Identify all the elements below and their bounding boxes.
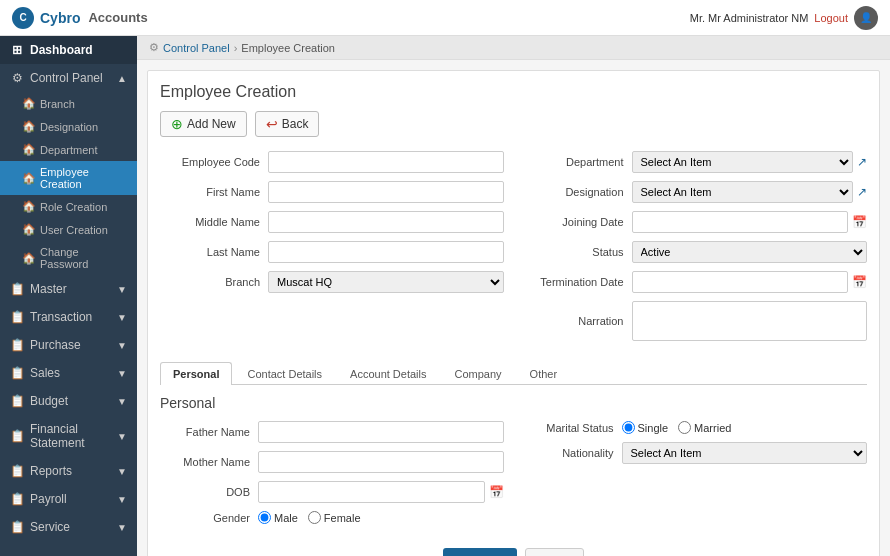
termination-date-input[interactable] [632, 271, 849, 293]
sidebar-sub-password-label: Change Password [40, 246, 127, 270]
tab-other[interactable]: Other [517, 362, 571, 385]
sidebar-item-sales[interactable]: 📋 Sales ▼ [0, 359, 137, 387]
tab-company[interactable]: Company [442, 362, 515, 385]
sidebar-sub-change-password[interactable]: 🏠 Change Password [0, 241, 137, 275]
sidebar-sub-branch[interactable]: 🏠 Branch [0, 92, 137, 115]
tabs-bar: Personal Contact Details Account Details… [160, 361, 867, 385]
add-new-button[interactable]: ⊕ Add New [160, 111, 247, 137]
designation-icon: 🏠 [22, 120, 34, 133]
sales-icon: 📋 [10, 366, 24, 380]
designation-ext-link-icon[interactable]: ↗ [857, 185, 867, 199]
middle-name-label: Middle Name [160, 216, 260, 228]
accounts-text: Accounts [88, 10, 147, 25]
employee-code-input[interactable] [268, 151, 504, 173]
status-select[interactable]: Active [632, 241, 868, 263]
tab-personal-label: Personal [173, 368, 219, 380]
back-btn-label: Back [282, 117, 309, 131]
marital-married-item: Married [678, 421, 731, 434]
payroll-icon: 📋 [10, 492, 24, 506]
marital-radio-group: Single Married [622, 421, 732, 434]
sidebar-item-budget[interactable]: 📋 Budget ▼ [0, 387, 137, 415]
budget-icon: 📋 [10, 394, 24, 408]
payroll-arrow: ▼ [117, 494, 127, 505]
marital-single-radio[interactable] [622, 421, 635, 434]
sidebar-item-service[interactable]: 📋 Service ▼ [0, 513, 137, 541]
first-name-input[interactable] [268, 181, 504, 203]
personal-section-title: Personal [160, 395, 867, 411]
tab-account-details[interactable]: Account Details [337, 362, 439, 385]
toolbar: ⊕ Add New ↩ Back [160, 111, 867, 137]
mother-name-input[interactable] [258, 451, 504, 473]
joining-date-row: Joining Date 📅 [524, 211, 868, 233]
master-icon: 📋 [10, 282, 24, 296]
breadcrumb-link[interactable]: Control Panel [163, 42, 230, 54]
marital-status-label: Marital Status [524, 422, 614, 434]
nationality-select-wrapper: Select An Item [622, 442, 868, 464]
sidebar-item-financial[interactable]: 📋 Financial Statement ▼ [0, 415, 137, 457]
form-left-col: Employee Code First Name Middle Name Las… [160, 151, 504, 349]
gender-radio-group: Male Female [258, 511, 361, 524]
sidebar-sub-department[interactable]: 🏠 Department [0, 138, 137, 161]
tab-personal[interactable]: Personal [160, 362, 232, 385]
narration-input[interactable] [632, 301, 868, 341]
sidebar-purchase-label: Purchase [30, 338, 81, 352]
department-ext-link-icon[interactable]: ↗ [857, 155, 867, 169]
last-name-input[interactable] [268, 241, 504, 263]
sidebar-sub-designation[interactable]: 🏠 Designation [0, 115, 137, 138]
joining-date-input[interactable] [632, 211, 849, 233]
father-name-row: Father Name [160, 421, 504, 443]
sidebar-sub-employee-creation[interactable]: 🏠 Employee Creation [0, 161, 137, 195]
first-name-label: First Name [160, 186, 260, 198]
transaction-icon: 📋 [10, 310, 24, 324]
user-name: Mr. Mr Administrator NM [690, 12, 809, 24]
sidebar-item-master[interactable]: 📋 Master ▼ [0, 275, 137, 303]
gender-label: Gender [160, 512, 250, 524]
personal-section: Personal Father Name Mother Name [160, 395, 867, 532]
father-name-input[interactable] [258, 421, 504, 443]
gender-female-radio[interactable] [308, 511, 321, 524]
department-label: Department [524, 156, 624, 168]
purchase-arrow: ▼ [117, 340, 127, 351]
branch-select[interactable]: Muscat HQ [268, 271, 504, 293]
sidebar-item-payroll[interactable]: 📋 Payroll ▼ [0, 485, 137, 513]
sidebar-item-transaction[interactable]: 📋 Transaction ▼ [0, 303, 137, 331]
submit-button[interactable]: Submit [443, 548, 516, 556]
sidebar-sub-user-creation[interactable]: 🏠 User Creation [0, 218, 137, 241]
joining-date-label: Joining Date [524, 216, 624, 228]
department-row: Department Select An Item ↗ [524, 151, 868, 173]
form-right-col: Department Select An Item ↗ Designation [524, 151, 868, 349]
sidebar-item-control-panel[interactable]: ⚙ Control Panel ▲ [0, 64, 137, 92]
employee-code-label: Employee Code [160, 156, 260, 168]
back-icon: ↩ [266, 116, 278, 132]
sidebar-item-dashboard[interactable]: ⊞ Dashboard [0, 36, 137, 64]
marital-married-radio[interactable] [678, 421, 691, 434]
nationality-select[interactable]: Select An Item [622, 442, 868, 464]
brand: C Cybro Accounts [12, 7, 148, 29]
gender-male-label: Male [274, 512, 298, 524]
dob-calendar-icon[interactable]: 📅 [489, 485, 504, 499]
department-select[interactable]: Select An Item [632, 151, 854, 173]
back-button[interactable]: ↩ Back [255, 111, 320, 137]
personal-right-col: Marital Status Single Married [524, 421, 868, 532]
branch-icon: 🏠 [22, 97, 34, 110]
breadcrumb-sep: › [234, 42, 238, 54]
tab-contact-details[interactable]: Contact Details [234, 362, 335, 385]
termination-date-calendar-icon[interactable]: 📅 [852, 275, 867, 289]
avatar: 👤 [854, 6, 878, 30]
financial-arrow: ▼ [117, 431, 127, 442]
sidebar-item-purchase[interactable]: 📋 Purchase ▼ [0, 331, 137, 359]
department-select-wrapper: Select An Item ↗ [632, 151, 868, 173]
page-container: Employee Creation ⊕ Add New ↩ Back Emplo… [147, 70, 880, 556]
middle-name-input[interactable] [268, 211, 504, 233]
gender-male-radio[interactable] [258, 511, 271, 524]
designation-select[interactable]: Select An Item [632, 181, 854, 203]
clear-button[interactable]: Clear [525, 548, 584, 556]
sidebar-sub-role-creation[interactable]: 🏠 Role Creation [0, 195, 137, 218]
dob-input[interactable] [258, 481, 485, 503]
personal-left-col: Father Name Mother Name DOB 📅 [160, 421, 504, 532]
joining-date-calendar-icon[interactable]: 📅 [852, 215, 867, 229]
sidebar-sub-user-label: User Creation [40, 224, 108, 236]
sidebar-item-reports[interactable]: 📋 Reports ▼ [0, 457, 137, 485]
logout-link[interactable]: Logout [814, 12, 848, 24]
designation-row: Designation Select An Item ↗ [524, 181, 868, 203]
